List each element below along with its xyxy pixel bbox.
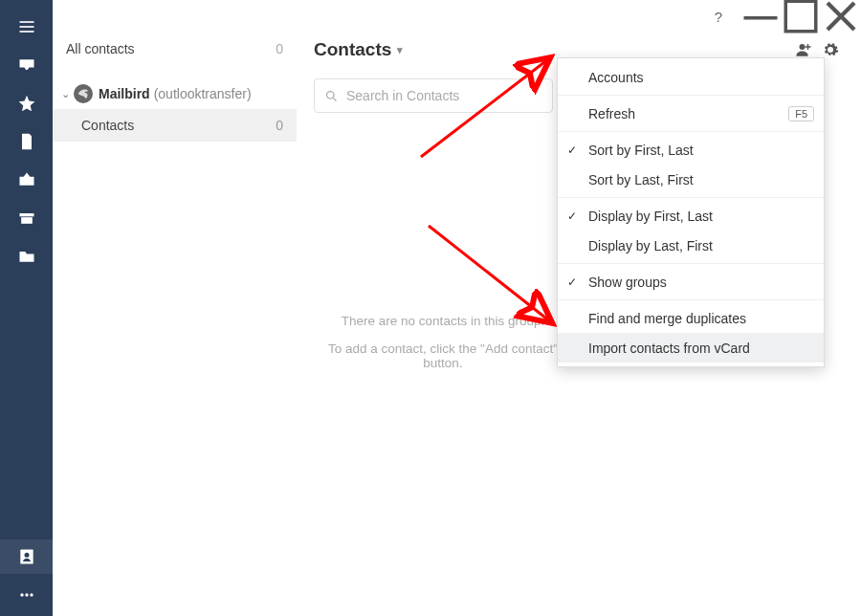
svg-rect-16	[806, 46, 811, 48]
menu-find-merge[interactable]: Find and merge duplicates	[558, 303, 824, 333]
more-icon[interactable]	[0, 578, 53, 612]
maximize-button[interactable]	[781, 4, 821, 29]
chevron-down-icon: ⌄	[58, 88, 72, 100]
document-icon[interactable]	[0, 124, 53, 159]
shortcut-badge: F5	[788, 106, 814, 121]
window-titlebar: ?	[698, 0, 861, 29]
menu-separator	[558, 197, 824, 198]
svg-point-14	[800, 44, 806, 50]
contacts-folder-label: Contacts	[81, 118, 134, 133]
help-button[interactable]: ?	[698, 4, 739, 29]
app-window: ?	[0, 0, 861, 616]
svg-rect-6	[19, 31, 33, 33]
svg-point-11	[20, 593, 23, 596]
menu-accounts[interactable]: Accounts	[558, 62, 824, 92]
empty-line1: There are no contacts in this group.	[314, 314, 572, 328]
svg-rect-7	[19, 213, 33, 216]
chevron-down-icon: ▾	[397, 44, 403, 56]
inbox-icon[interactable]	[0, 48, 53, 82]
empty-line2: To add a contact, click the "Add contact…	[314, 341, 572, 370]
all-contacts-count: 0	[276, 41, 283, 56]
svg-point-13	[30, 593, 33, 596]
nav-rail	[0, 0, 53, 616]
svg-rect-5	[19, 26, 33, 28]
contacts-folder-count: 0	[276, 118, 283, 133]
menu-sort-last-first[interactable]: Sort by Last, First	[558, 165, 824, 194]
contacts-rail-icon[interactable]	[0, 539, 53, 574]
search-placeholder: Search in Contacts	[346, 88, 459, 103]
menu-display-last-first[interactable]: Display by Last, First	[558, 231, 824, 260]
svg-point-17	[327, 91, 335, 99]
all-contacts-label: All contacts	[66, 41, 135, 56]
check-icon: ✓	[567, 275, 577, 289]
contacts-folder-row[interactable]: Contacts 0	[53, 109, 297, 142]
minimize-button[interactable]	[740, 4, 781, 29]
check-icon: ✓	[567, 143, 577, 157]
account-name: Mailbird	[99, 86, 150, 101]
archive-icon[interactable]	[0, 201, 53, 235]
all-contacts-row[interactable]: All contacts 0	[53, 33, 297, 65]
contacts-settings-menu: Accounts Refresh F5 ✓Sort by First, Last…	[557, 57, 825, 367]
svg-rect-1	[785, 1, 816, 32]
svg-line-18	[333, 98, 336, 100]
empty-state: There are no contacts in this group. To …	[314, 314, 572, 370]
svg-rect-4	[19, 21, 33, 23]
search-input[interactable]: Search in Contacts	[314, 78, 553, 113]
search-icon	[324, 89, 339, 103]
account-sub: (outlooktransfer)	[154, 86, 252, 101]
folder-icon[interactable]	[0, 239, 53, 274]
menu-separator	[558, 299, 824, 300]
menu-separator	[558, 263, 824, 264]
main-title[interactable]: Contacts ▾	[314, 39, 403, 60]
hamburger-icon[interactable]	[0, 10, 53, 44]
svg-point-12	[25, 593, 28, 596]
star-icon[interactable]	[0, 86, 53, 121]
outbox-icon[interactable]	[0, 163, 53, 197]
check-icon: ✓	[567, 209, 577, 223]
menu-show-groups[interactable]: ✓Show groups	[558, 267, 824, 297]
menu-sort-first-last[interactable]: ✓Sort by First, Last	[558, 135, 824, 165]
svg-rect-0	[744, 16, 778, 20]
svg-rect-8	[21, 217, 33, 224]
menu-separator	[558, 95, 824, 96]
close-button[interactable]	[821, 4, 861, 29]
menu-display-first-last[interactable]: ✓Display by First, Last	[558, 201, 824, 231]
menu-separator	[558, 131, 824, 132]
account-row[interactable]: ⌄ Mailbird (outlooktransfer)	[53, 78, 297, 109]
svg-point-10	[24, 553, 29, 558]
menu-refresh[interactable]: Refresh F5	[558, 99, 824, 128]
menu-import-vcard[interactable]: Import contacts from vCard	[558, 333, 824, 363]
contacts-sidebar: All contacts 0 ⌄ Mailbird (outlooktransf…	[53, 0, 297, 616]
mailbird-logo-icon	[74, 84, 93, 103]
